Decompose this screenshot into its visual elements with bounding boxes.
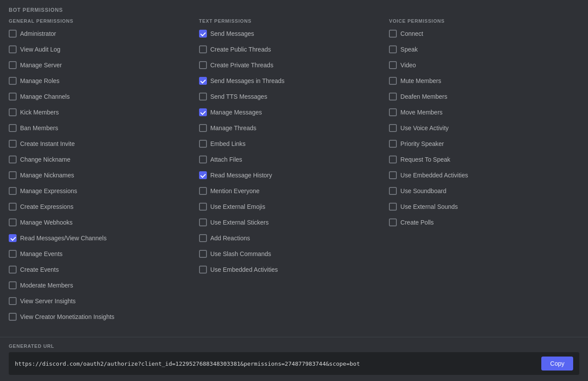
voice-checkbox-7[interactable] bbox=[389, 140, 397, 148]
text-checkbox-2[interactable] bbox=[199, 61, 207, 69]
general-checkbox-18[interactable] bbox=[9, 313, 17, 321]
text-checkbox-4[interactable] bbox=[199, 93, 207, 100]
general-item-11[interactable]: Create Expressions bbox=[9, 203, 199, 211]
general-checkbox-6[interactable] bbox=[9, 124, 17, 132]
copy-button[interactable]: Copy bbox=[541, 357, 573, 371]
text-item-13[interactable]: Add Reactions bbox=[199, 234, 389, 242]
text-item-3[interactable]: Send Messages in Threads bbox=[199, 77, 389, 85]
text-checkbox-6[interactable] bbox=[199, 124, 207, 132]
general-checkbox-9[interactable] bbox=[9, 171, 17, 179]
text-item-14[interactable]: Use Slash Commands bbox=[199, 250, 389, 258]
voice-checkbox-11[interactable] bbox=[389, 203, 397, 211]
text-checkbox-3[interactable] bbox=[199, 77, 207, 85]
general-item-8[interactable]: Change Nickname bbox=[9, 156, 199, 163]
voice-checkbox-0[interactable] bbox=[389, 30, 397, 38]
general-item-17[interactable]: View Server Insights bbox=[9, 297, 199, 305]
text-checkbox-0[interactable] bbox=[199, 30, 207, 38]
voice-item-12[interactable]: Create Polls bbox=[389, 218, 579, 226]
text-item-10[interactable]: Mention Everyone bbox=[199, 187, 389, 195]
text-checkbox-10[interactable] bbox=[199, 187, 207, 195]
voice-checkbox-1[interactable] bbox=[389, 45, 397, 53]
text-label-8: Attach Files bbox=[210, 156, 242, 163]
voice-checkbox-9[interactable] bbox=[389, 171, 397, 179]
voice-item-0[interactable]: Connect bbox=[389, 30, 579, 38]
text-label-1: Create Public Threads bbox=[210, 46, 271, 53]
general-item-12[interactable]: Manage Webhooks bbox=[9, 218, 199, 226]
general-checkbox-4[interactable] bbox=[9, 93, 17, 100]
general-item-18[interactable]: View Creator Monetization Insights bbox=[9, 313, 199, 321]
voice-item-2[interactable]: Video bbox=[389, 61, 579, 69]
voice-checkbox-3[interactable] bbox=[389, 77, 397, 85]
general-item-15[interactable]: Create Events bbox=[9, 266, 199, 274]
general-item-4[interactable]: Manage Channels bbox=[9, 93, 199, 100]
voice-item-8[interactable]: Request To Speak bbox=[389, 156, 579, 163]
text-checkbox-5[interactable] bbox=[199, 108, 207, 116]
text-item-15[interactable]: Use Embedded Activities bbox=[199, 266, 389, 274]
general-item-2[interactable]: Manage Server bbox=[9, 61, 199, 69]
general-checkbox-15[interactable] bbox=[9, 266, 17, 274]
voice-checkbox-12[interactable] bbox=[389, 218, 397, 226]
text-checkbox-13[interactable] bbox=[199, 234, 207, 242]
text-item-12[interactable]: Use External Stickers bbox=[199, 218, 389, 226]
voice-checkbox-8[interactable] bbox=[389, 156, 397, 163]
text-item-9[interactable]: Read Message History bbox=[199, 171, 389, 179]
text-checkbox-1[interactable] bbox=[199, 45, 207, 53]
general-checkbox-1[interactable] bbox=[9, 45, 17, 53]
voice-item-11[interactable]: Use External Sounds bbox=[389, 203, 579, 211]
general-item-10[interactable]: Manage Expressions bbox=[9, 187, 199, 195]
general-checkbox-12[interactable] bbox=[9, 218, 17, 226]
general-checkbox-13[interactable] bbox=[9, 234, 17, 242]
voice-item-9[interactable]: Use Embedded Activities bbox=[389, 171, 579, 179]
general-checkbox-5[interactable] bbox=[9, 108, 17, 116]
general-checkbox-11[interactable] bbox=[9, 203, 17, 211]
general-item-3[interactable]: Manage Roles bbox=[9, 77, 199, 85]
text-item-7[interactable]: Embed Links bbox=[199, 140, 389, 148]
text-checkbox-7[interactable] bbox=[199, 140, 207, 148]
voice-item-7[interactable]: Priority Speaker bbox=[389, 140, 579, 148]
general-item-5[interactable]: Kick Members bbox=[9, 108, 199, 116]
voice-item-4[interactable]: Deafen Members bbox=[389, 93, 579, 100]
text-checkbox-11[interactable] bbox=[199, 203, 207, 211]
voice-checkbox-6[interactable] bbox=[389, 124, 397, 132]
text-checkbox-8[interactable] bbox=[199, 156, 207, 163]
general-checkbox-17[interactable] bbox=[9, 297, 17, 305]
general-item-9[interactable]: Manage Nicknames bbox=[9, 171, 199, 179]
voice-item-3[interactable]: Mute Members bbox=[389, 77, 579, 85]
general-checkbox-8[interactable] bbox=[9, 156, 17, 163]
general-checkbox-16[interactable] bbox=[9, 281, 17, 289]
general-item-1[interactable]: View Audit Log bbox=[9, 45, 199, 53]
voice-item-10[interactable]: Use Soundboard bbox=[389, 187, 579, 195]
general-item-14[interactable]: Manage Events bbox=[9, 250, 199, 258]
text-item-0[interactable]: Send Messages bbox=[199, 30, 389, 38]
general-checkbox-0[interactable] bbox=[9, 30, 17, 38]
text-checkbox-12[interactable] bbox=[199, 218, 207, 226]
text-checkbox-15[interactable] bbox=[199, 266, 207, 274]
general-checkbox-3[interactable] bbox=[9, 77, 17, 85]
voice-checkbox-4[interactable] bbox=[389, 93, 397, 100]
general-item-16[interactable]: Moderate Members bbox=[9, 281, 199, 289]
text-item-11[interactable]: Use External Emojis bbox=[199, 203, 389, 211]
text-item-5[interactable]: Manage Messages bbox=[199, 108, 389, 116]
voice-item-1[interactable]: Speak bbox=[389, 45, 579, 53]
general-checkbox-14[interactable] bbox=[9, 250, 17, 258]
general-item-6[interactable]: Ban Members bbox=[9, 124, 199, 132]
text-label-12: Use External Stickers bbox=[210, 219, 269, 226]
general-item-7[interactable]: Create Instant Invite bbox=[9, 140, 199, 148]
general-item-13[interactable]: Read Messages/View Channels bbox=[9, 234, 199, 242]
voice-checkbox-5[interactable] bbox=[389, 108, 397, 116]
text-item-8[interactable]: Attach Files bbox=[199, 156, 389, 163]
voice-item-5[interactable]: Move Members bbox=[389, 108, 579, 116]
text-item-2[interactable]: Create Private Threads bbox=[199, 61, 389, 69]
text-item-4[interactable]: Send TTS Messages bbox=[199, 93, 389, 100]
general-checkbox-10[interactable] bbox=[9, 187, 17, 195]
general-checkbox-2[interactable] bbox=[9, 61, 17, 69]
voice-checkbox-10[interactable] bbox=[389, 187, 397, 195]
text-checkbox-14[interactable] bbox=[199, 250, 207, 258]
text-checkbox-9[interactable] bbox=[199, 171, 207, 179]
general-item-0[interactable]: Administrator bbox=[9, 30, 199, 38]
text-item-6[interactable]: Manage Threads bbox=[199, 124, 389, 132]
voice-checkbox-2[interactable] bbox=[389, 61, 397, 69]
general-checkbox-7[interactable] bbox=[9, 140, 17, 148]
text-item-1[interactable]: Create Public Threads bbox=[199, 45, 389, 53]
voice-item-6[interactable]: Use Voice Activity bbox=[389, 124, 579, 132]
